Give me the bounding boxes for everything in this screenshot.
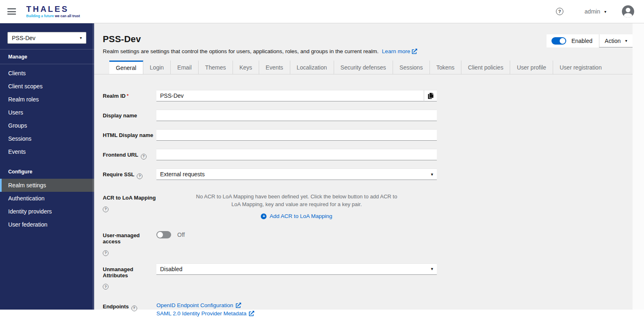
endpoints-label: Endpoints? [103, 301, 156, 317]
copy-icon [428, 93, 434, 99]
help-icon[interactable]: ? [556, 8, 563, 15]
tab-security-defenses[interactable]: Security defenses [334, 61, 393, 74]
tab-events[interactable]: Events [259, 61, 290, 74]
acr-to-loa-label: ACR to LoA Mapping ? [103, 192, 156, 219]
display-name-input[interactable] [156, 110, 437, 121]
tab-tokens[interactable]: Tokens [430, 61, 461, 74]
enabled-label: Enabled [572, 38, 592, 44]
require-ssl-select[interactable]: External requests ▾ [156, 168, 437, 180]
tab-sessions[interactable]: Sessions [393, 61, 430, 74]
realm-controls: Enabled Action ▾ [547, 34, 633, 47]
unmanaged-attributes-label: Unmanaged Attributes ? [103, 263, 156, 290]
plus-circle-icon: + [261, 213, 267, 219]
display-name-label: Display name [103, 110, 156, 121]
tab-user-profile[interactable]: User profile [510, 61, 553, 74]
realm-id-label: Realm ID* [103, 90, 156, 101]
realm-selector-value: PSS-Dev [12, 35, 36, 41]
page-description: Realm settings are settings that control… [103, 48, 633, 54]
help-icon[interactable]: ? [131, 306, 137, 311]
frontend-url-input[interactable] [156, 149, 437, 160]
learn-more-link[interactable]: Learn more [382, 48, 417, 54]
add-acr-to-loa-button[interactable]: + Add ACR to LoA Mapping [156, 213, 437, 219]
tab-keys[interactable]: Keys [233, 61, 259, 74]
unmanaged-attributes-select[interactable]: Disabled ▾ [156, 263, 437, 275]
realm-id-input[interactable] [156, 90, 424, 101]
thales-logo: THALES Building a future we can all trus… [26, 5, 80, 18]
brand-name: THALES [26, 5, 80, 13]
realm-selector[interactable]: PSS-Dev ▾ [7, 32, 86, 44]
caret-down-icon: ▾ [604, 9, 606, 14]
nav-section-configure: Configure [0, 158, 94, 179]
sidebar-item-groups[interactable]: Groups [0, 119, 94, 132]
general-settings-form: Realm ID* Display name HTML Display name… [94, 74, 633, 317]
sidebar-item-realm-roles[interactable]: Realm roles [0, 93, 94, 106]
tab-user-registration[interactable]: User registration [553, 61, 608, 74]
user-name: admin [585, 8, 600, 15]
required-marker: * [127, 93, 129, 98]
copy-button[interactable] [424, 90, 437, 101]
user-managed-access-state: Off [177, 231, 185, 238]
sidebar-item-user-federation[interactable]: User federation [0, 218, 94, 231]
sidebar-item-events[interactable]: Events [0, 145, 94, 158]
caret-down-icon: ▾ [431, 172, 433, 177]
sidebar-item-users[interactable]: Users [0, 106, 94, 119]
help-icon[interactable]: ? [141, 154, 147, 160]
tab-general[interactable]: General [109, 61, 143, 74]
user-managed-access-label: User-managed access ? [103, 229, 156, 256]
frontend-url-label: Frontend URL? [103, 149, 156, 160]
brand-tagline: Building a future we can all trust [26, 14, 80, 18]
avatar-person-icon [626, 8, 630, 12]
tab-client-policies[interactable]: Client policies [461, 61, 510, 74]
user-menu[interactable]: admin ▾ [585, 8, 606, 15]
help-icon[interactable]: ? [137, 173, 142, 179]
external-link-icon [412, 49, 417, 54]
openid-endpoint-configuration-link[interactable]: OpenID Endpoint Configuration [156, 301, 437, 309]
external-link-icon [236, 303, 241, 308]
tab-themes[interactable]: Themes [199, 61, 233, 74]
acr-empty-state-text: No ACR to LoA Mapping have been defined … [194, 193, 399, 208]
sidebar-item-identity-providers[interactable]: Identity providers [0, 205, 94, 218]
html-display-name-label: HTML Display name [103, 129, 156, 141]
caret-down-icon: ▾ [80, 36, 82, 40]
main-content: PSS-Dev Realm settings are settings that… [94, 23, 633, 310]
caret-down-icon: ▾ [625, 38, 627, 43]
external-link-icon [249, 311, 254, 316]
tab-bar: General Login Email Themes Keys Events L… [94, 61, 633, 74]
menu-toggle-icon[interactable] [7, 8, 16, 15]
action-dropdown-button[interactable]: Action ▾ [599, 34, 633, 47]
scrollbar-track[interactable] [633, 23, 644, 310]
tab-login[interactable]: Login [143, 61, 171, 74]
sidebar-item-sessions[interactable]: Sessions [0, 132, 94, 145]
caret-down-icon: ▾ [431, 266, 433, 272]
tab-email[interactable]: Email [171, 61, 199, 74]
realm-enabled-toggle[interactable] [551, 37, 566, 45]
help-icon[interactable]: ? [103, 284, 108, 290]
help-icon[interactable]: ? [103, 207, 108, 212]
sidebar-item-authentication[interactable]: Authentication [0, 192, 94, 205]
tab-localization[interactable]: Localization [290, 61, 334, 74]
user-managed-access-toggle[interactable] [156, 231, 171, 238]
html-display-name-input[interactable] [156, 129, 437, 141]
require-ssl-label: Require SSL? [103, 168, 156, 180]
sidebar: PSS-Dev ▾ Manage Clients Client scopes R… [0, 23, 94, 310]
avatar[interactable] [622, 5, 634, 18]
topbar: THALES Building a future we can all trus… [0, 0, 644, 23]
divider [0, 64, 94, 64]
help-icon[interactable]: ? [103, 250, 108, 256]
sidebar-item-realm-settings[interactable]: Realm settings [0, 179, 94, 192]
saml-metadata-link[interactable]: SAML 2.0 Identity Provider Metadata [156, 310, 437, 317]
sidebar-item-client-scopes[interactable]: Client scopes [0, 80, 94, 93]
nav-section-manage: Manage [0, 49, 94, 64]
sidebar-item-clients[interactable]: Clients [0, 67, 94, 80]
